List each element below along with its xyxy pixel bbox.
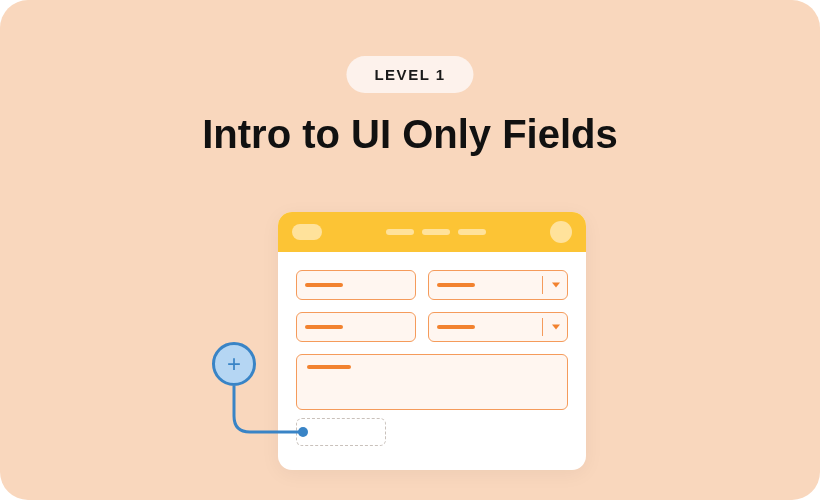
placeholder-line — [307, 365, 351, 369]
connector-end-dot — [298, 427, 308, 437]
placeholder-line — [437, 283, 475, 287]
course-card: LEVEL 1 Intro to UI Only Fields — [0, 0, 820, 500]
course-title: Intro to UI Only Fields — [0, 112, 820, 157]
form-area — [278, 252, 586, 410]
titlebar-right-dot — [550, 221, 572, 243]
form-row — [296, 270, 568, 300]
textarea-field — [296, 354, 568, 410]
add-field-button[interactable]: + — [212, 342, 256, 386]
level-badge-label: LEVEL 1 — [374, 66, 445, 83]
new-field-placeholder-slot — [296, 418, 386, 446]
titlebar-tab — [458, 229, 486, 235]
dropdown-field — [428, 312, 568, 342]
placeholder-line — [305, 325, 343, 329]
chevron-down-icon — [552, 325, 560, 330]
titlebar-tab — [386, 229, 414, 235]
titlebar-tab — [422, 229, 450, 235]
dropdown-field — [428, 270, 568, 300]
window-titlebar — [278, 212, 586, 252]
titlebar-left-pill — [292, 224, 322, 240]
plus-icon: + — [227, 352, 241, 376]
chevron-down-icon — [552, 283, 560, 288]
placeholder-line — [305, 283, 343, 287]
titlebar-center — [322, 229, 550, 235]
level-badge: LEVEL 1 — [346, 56, 473, 93]
form-row — [296, 312, 568, 342]
text-input-field — [296, 312, 416, 342]
text-input-field — [296, 270, 416, 300]
placeholder-line — [437, 325, 475, 329]
